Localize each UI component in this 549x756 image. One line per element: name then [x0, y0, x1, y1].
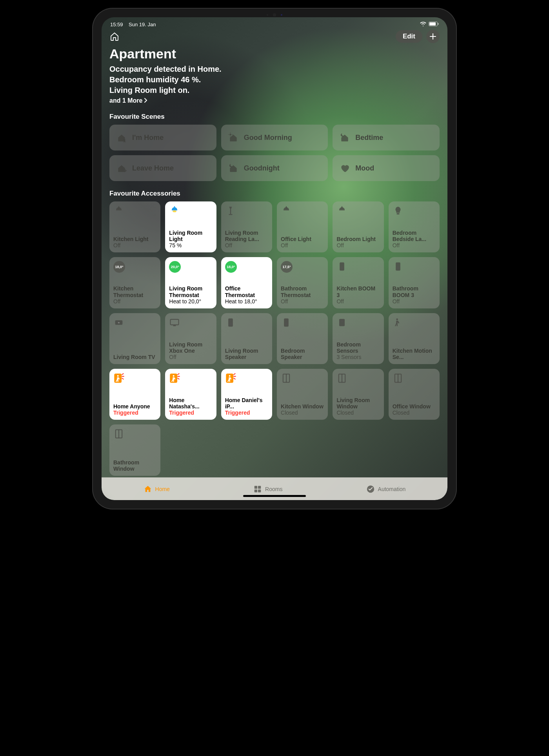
tv-icon	[169, 317, 212, 330]
accessory-tile[interactable]: Home Daniel's iP...Triggered	[221, 369, 272, 420]
scene-tile[interactable]: Mood	[333, 155, 440, 181]
svg-line-45	[178, 378, 180, 379]
scene-tile[interactable]: Bedtime	[333, 125, 440, 150]
accessory-status: Off	[281, 242, 324, 248]
wifi-icon	[420, 21, 426, 27]
tab-rooms-label: Rooms	[265, 486, 282, 492]
accessory-tile[interactable]: 18,0°Office ThermostatHeat to 18,0°	[221, 257, 272, 308]
thermo-off-icon: 17,5°	[281, 261, 324, 274]
accessory-tile[interactable]: 17,5°Bathroom ThermostatOff	[277, 257, 328, 308]
status-left: 15:59 Sun 19. Jan	[110, 22, 156, 27]
accessory-tile[interactable]: Kitchen LightOff	[109, 201, 160, 252]
screen: 15:59 Sun 19. Jan Edit	[102, 17, 447, 500]
accessory-tile[interactable]: Kitchen Motion Se...	[389, 313, 440, 364]
accessory-tile[interactable]: Office WindowClosed	[389, 369, 440, 420]
svg-rect-16	[396, 213, 399, 215]
scene-label: Bedtime	[355, 134, 383, 142]
home-summary[interactable]: Occupancy detected in Home. Bedroom humi…	[109, 64, 440, 96]
svg-point-19	[341, 267, 344, 269]
svg-rect-13	[229, 214, 232, 215]
svg-point-34	[341, 320, 343, 322]
accessory-text: Kitchen WindowClosed	[281, 403, 324, 416]
accessory-tile[interactable]: Bedroom Speaker	[277, 313, 328, 364]
content: Apartment Occupancy detected in Home. Be…	[102, 46, 447, 477]
accessories-grid: Kitchen LightOffLiving Room Light75 %Liv…	[109, 201, 440, 476]
speaker-icon	[281, 317, 324, 330]
tab-automation-label: Automation	[378, 486, 406, 492]
edit-button[interactable]: Edit	[396, 30, 422, 43]
accessory-tile[interactable]: Living Room Speaker	[221, 313, 272, 364]
pendant-icon	[113, 205, 156, 218]
accessory-text: Bedroom Sensors3 Sensors	[336, 341, 380, 360]
floorlamp-icon	[225, 205, 268, 218]
svg-rect-26	[173, 325, 176, 326]
accessory-tile[interactable]: Bathroom Window	[109, 424, 160, 475]
accessory-tile[interactable]: 18,0°Kitchen ThermostatOff	[109, 257, 160, 308]
scene-label: Mood	[355, 164, 374, 172]
svg-line-50	[234, 378, 235, 379]
svg-line-40	[122, 378, 124, 379]
summary-more-label: and 1 More	[109, 97, 142, 104]
accessory-text: Office ThermostatHeat to 18,0°	[225, 285, 268, 304]
accessory-tile[interactable]: Kitchen WindowClosed	[277, 369, 328, 420]
home-icon[interactable]	[109, 31, 120, 42]
accessory-status: Heat to 20,0°	[169, 298, 212, 305]
accessory-status: 75 %	[169, 242, 212, 248]
toolbar-right: Edit	[396, 30, 440, 43]
accessory-tile[interactable]: Bedroom Sensors3 Sensors	[333, 313, 384, 364]
add-button[interactable]	[426, 30, 440, 43]
thermo-on-icon: 18,0°	[225, 261, 268, 274]
accessory-status: Off	[336, 242, 380, 248]
scene-tile[interactable]: Leave Home	[109, 155, 216, 181]
accessory-text: Kitchen BOOM 3Off	[336, 285, 380, 304]
svg-point-18	[342, 264, 343, 265]
svg-point-47	[229, 375, 230, 377]
svg-text:tv: tv	[118, 321, 120, 324]
accessory-tile[interactable]: Home AnyoneTriggered	[109, 369, 160, 420]
accessory-status: Off	[393, 298, 436, 305]
home-indicator[interactable]	[243, 495, 306, 497]
accessory-status: 3 Sensors	[336, 354, 380, 360]
accessory-text: Living Room Xbox OneOff	[169, 341, 212, 360]
moon-house-icon	[340, 132, 350, 143]
svg-point-42	[173, 375, 175, 377]
accessory-tile[interactable]: Living Room Reading La...Off	[221, 201, 272, 252]
accessory-text: Living Room Light75 %	[169, 230, 212, 248]
accessory-text: Bathroom ThermostatOff	[281, 285, 324, 304]
accessory-name: Living Room Light	[169, 230, 212, 242]
scene-tile[interactable]: I'm Home	[109, 125, 216, 150]
accessory-status: Off	[113, 242, 156, 248]
accessory-text: Bedroom Speaker	[281, 348, 324, 360]
accessory-tile[interactable]: Living Room Xbox OneOff	[165, 313, 216, 364]
house-person-icon	[116, 132, 127, 143]
accessory-tile[interactable]: Home Natasha's...Triggered	[165, 369, 216, 420]
chevron-right-icon	[144, 97, 147, 104]
summary-line-3: Living Room light on.	[109, 85, 440, 96]
moon-house-icon	[228, 163, 238, 173]
toolbar: Edit	[102, 29, 447, 46]
accessory-text: Kitchen ThermostatOff	[113, 285, 156, 304]
accessory-tile[interactable]: tvLiving Room TV	[109, 313, 160, 364]
accessory-tile[interactable]: Office LightOff	[277, 201, 328, 252]
pendant-on-icon	[169, 205, 212, 218]
tab-rooms[interactable]: Rooms	[253, 485, 282, 493]
accessory-tile[interactable]: Bedroom Bedside La...Off	[389, 201, 440, 252]
scene-label: Goodnight	[244, 164, 280, 172]
svg-line-38	[122, 373, 124, 374]
scene-tile[interactable]: Goodnight	[221, 155, 328, 181]
window-icon	[336, 373, 380, 385]
accessory-tile[interactable]: Living Room WindowClosed	[333, 369, 384, 420]
accessory-tile[interactable]: Bathroom BOOM 3Off	[389, 257, 440, 308]
tab-home[interactable]: Home	[144, 485, 170, 493]
accessory-tile[interactable]: 20,0°Living Room ThermostatHeat to 20,0°	[165, 257, 216, 308]
accessory-tile[interactable]: Kitchen BOOM 3Off	[333, 257, 384, 308]
accessory-name: Bedroom Light	[336, 236, 380, 242]
accessory-text: Home Natasha's...Triggered	[169, 397, 212, 416]
accessory-name: Kitchen Thermostat	[113, 285, 156, 298]
summary-more-link[interactable]: and 1 More	[109, 97, 440, 104]
accessory-tile[interactable]: Bedroom LightOff	[333, 201, 384, 252]
tab-automation[interactable]: Automation	[366, 485, 406, 493]
accessory-status: Off	[113, 298, 156, 305]
scene-tile[interactable]: Good Morning	[221, 125, 328, 150]
accessory-tile[interactable]: Living Room Light75 %	[165, 201, 216, 252]
